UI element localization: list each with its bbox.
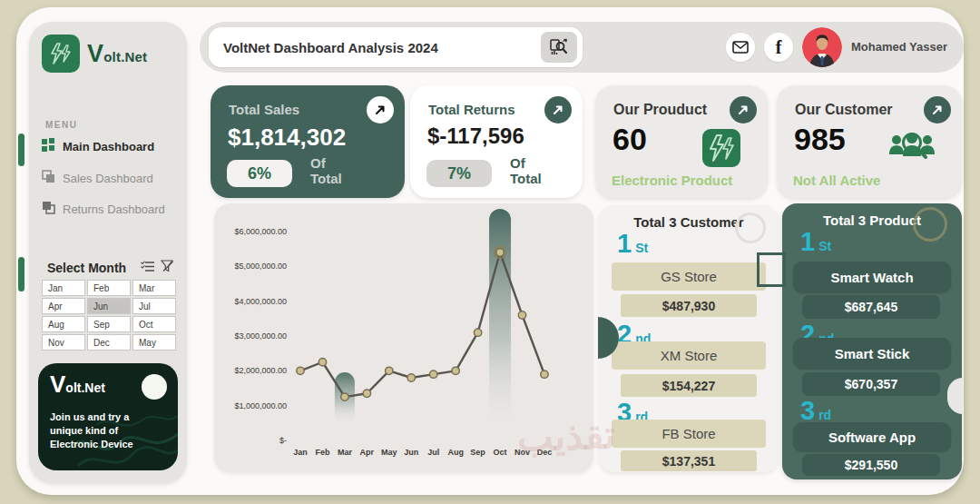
kpi-our-customer: Our Customer 985 Not All Active (777, 85, 962, 198)
month-option[interactable]: Feb (87, 280, 131, 296)
kpi-title: Total Sales (229, 102, 299, 117)
app-container: Volt.Net MENU Main Dashboard Sales Dashb… (16, 7, 964, 495)
product-value-bar: $687,645 (802, 295, 940, 319)
month-option[interactable]: Apr (42, 298, 85, 314)
svg-text:May: May (381, 448, 397, 457)
svg-text:$6,000,000.00: $6,000,000.00 (234, 227, 287, 236)
customer-value-bar: $487,930 (621, 294, 757, 317)
svg-text:$3,000,000.00: $3,000,000.00 (234, 331, 287, 341)
grid-icon (42, 138, 55, 154)
kpi-percent-badge: 6% (227, 160, 292, 187)
menu-item-label: Main Dashboard (63, 140, 154, 153)
sidebar: Volt.Net MENU Main Dashboard Sales Dashb… (29, 22, 187, 483)
rank-badge: 1St (617, 229, 648, 259)
top-customers-panel: Total 3 Customer 1St GS Store $487,930 2… (599, 205, 779, 472)
svg-text:Aug: Aug (447, 448, 464, 457)
select-month-title: Select Month (47, 261, 135, 275)
month-option[interactable]: Sep (87, 316, 131, 332)
rank-badge: 1St (800, 227, 831, 257)
product-bolt-icon (701, 127, 742, 173)
trend-arrow-icon (924, 96, 951, 124)
month-slicer: Jan Feb Mar Apr Jun Jul Aug Sep Oct Nov … (42, 280, 176, 351)
month-option[interactable]: Mar (132, 280, 176, 296)
svg-text:Dec: Dec (537, 448, 553, 457)
kpi-value: $1,814,302 (228, 124, 346, 152)
month-option[interactable]: Dec (87, 334, 131, 351)
customers-search-icon (887, 127, 936, 171)
kpi-value: 985 (794, 122, 846, 157)
svg-text:$-: $- (279, 436, 287, 445)
pages-icon (42, 201, 55, 217)
menu-section-label: MENU (45, 120, 77, 130)
svg-text:Sep: Sep (470, 448, 485, 457)
slicer-indicator (18, 257, 24, 292)
svg-text:$4,000,000.00: $4,000,000.00 (234, 297, 287, 306)
promo-card: Volt.Net Join us and try a unique kind o… (38, 363, 178, 470)
product-value-bar: $291,550 (802, 454, 940, 476)
dashboard-screen: Volt.Net MENU Main Dashboard Sales Dashb… (0, 0, 980, 504)
menu-item-label: Returns Dashboard (63, 203, 165, 216)
month-option[interactable]: May (132, 334, 176, 351)
promo-dot (142, 374, 167, 400)
trend-arrow-icon (544, 96, 572, 124)
decor-ring (913, 207, 947, 242)
svg-text:Nov: Nov (514, 448, 530, 457)
customer-name-bar: XM Store (612, 341, 766, 370)
kpi-total-sales: Total Sales $1,814,302 6% Of Total (211, 85, 405, 198)
trend-arrow-icon (367, 96, 394, 124)
month-option[interactable]: Jan (42, 280, 85, 296)
month-option[interactable]: Nov (42, 334, 85, 351)
svg-text:$2,000,000.00: $2,000,000.00 (234, 366, 287, 375)
svg-text:Mar: Mar (338, 448, 353, 457)
page-title: VoltNet Dashboard Analysis 2024 (223, 40, 541, 55)
decor-square (757, 252, 786, 287)
brand-name: Volt.Net (87, 40, 147, 68)
kpi-caption: Not All Active (793, 173, 880, 188)
clear-filter-icon[interactable] (161, 260, 174, 276)
kpi-title: Our Customer (795, 102, 893, 118)
svg-text:Oct: Oct (494, 448, 507, 457)
sidebar-item-main-dashboard[interactable]: Main Dashboard (42, 138, 154, 154)
svg-text:Jul: Jul (427, 448, 439, 457)
month-option[interactable]: Aug (42, 316, 85, 332)
multiselect-icon[interactable] (141, 260, 155, 276)
voltnet-bolt-icon (42, 35, 80, 73)
kpi-of-total-label: Of Total (510, 156, 557, 186)
month-option[interactable]: Oct (132, 316, 176, 332)
trend-arrow-icon (730, 96, 757, 124)
email-icon[interactable] (726, 33, 755, 62)
kpi-percent-badge: 7% (426, 160, 492, 187)
promo-brand: Volt.Net (50, 371, 105, 399)
svg-text:Feb: Feb (315, 448, 330, 457)
svg-text:$1,000,000.00: $1,000,000.00 (234, 401, 287, 410)
month-option[interactable]: Jul (132, 298, 176, 314)
kpi-caption: Electronic Product (612, 173, 732, 188)
facebook-icon[interactable]: f (764, 33, 793, 62)
sidebar-item-sales-dashboard[interactable]: Sales Dashboard (42, 170, 153, 186)
kpi-title: Total Returns (428, 102, 515, 117)
kpi-our-product: Our Prouduct 60 Electronic Product (595, 85, 768, 198)
product-value-bar: $670,357 (802, 372, 940, 396)
kpi-value: $-117,596 (427, 124, 524, 149)
sidebar-item-returns-dashboard[interactable]: Returns Dashboard (42, 201, 165, 217)
month-option[interactable]: Jun (87, 298, 131, 314)
top-products-panel: Total 3 Product 1St Smart Watch $687,645… (782, 203, 962, 479)
svg-text:$5,000,000.00: $5,000,000.00 (234, 262, 287, 271)
sales-trend-panel: $6,000,000.00$5,000,000.00$4,000,000.00$… (214, 203, 593, 472)
product-name-bar: Smart Watch (793, 262, 951, 292)
decor-ring (735, 212, 766, 243)
avatar[interactable] (802, 27, 842, 67)
report-zoom-button[interactable] (541, 32, 577, 63)
svg-text:Jun: Jun (404, 448, 418, 457)
product-name-bar: Software App (793, 422, 951, 451)
customer-value-bar: $137,351 (621, 450, 757, 471)
kpi-title: Our Prouduct (613, 102, 707, 118)
menu-item-label: Sales Dashboard (63, 172, 153, 185)
topbar: VoltNet Dashboard Analysis 2024 f (200, 22, 964, 73)
user-name: Mohamed Yasser (851, 40, 947, 54)
customer-name-bar: GS Store (612, 262, 766, 291)
kpi-value: 60 (612, 122, 647, 157)
sales-line-chart: $6,000,000.00$5,000,000.00$4,000,000.00$… (214, 203, 593, 472)
svg-text:Jan: Jan (293, 448, 308, 457)
svg-text:Apr: Apr (360, 448, 375, 457)
